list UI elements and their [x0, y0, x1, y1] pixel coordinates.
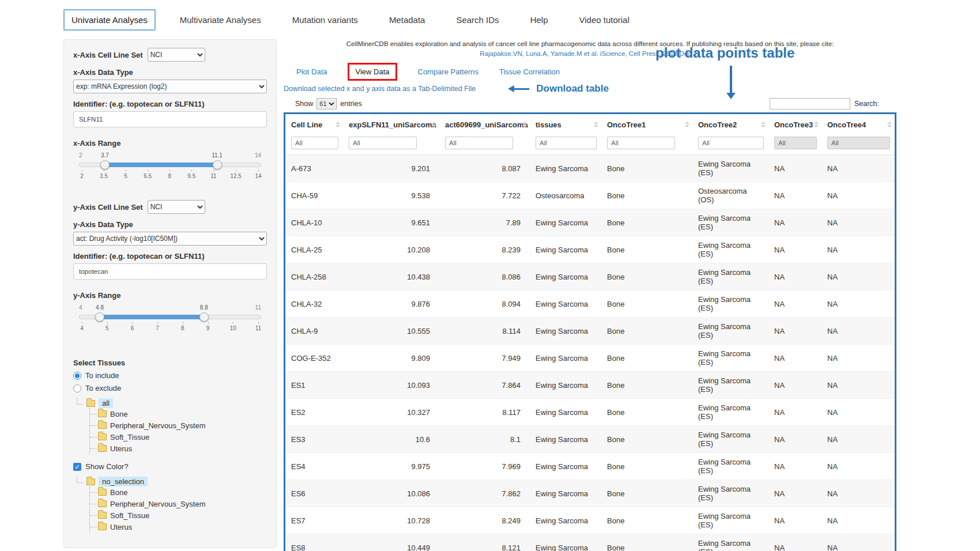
table-cell: Ewing Sarcoma (ES): [692, 318, 768, 345]
x-range-ticks: 2 3.5 5 6.5 8 9.5 11 12.5 14: [77, 173, 263, 179]
subtab-tissue-correlation[interactable]: Tissue Correlation: [499, 67, 560, 76]
download-tab-delimited-link[interactable]: Download selected x and y axis data as a…: [284, 85, 476, 93]
nav-tab-univariate-analyses[interactable]: Univariate Analyses: [63, 9, 156, 31]
tree-node-uterus[interactable]: Uterus: [90, 443, 267, 454]
table-cell: 9.975: [343, 453, 439, 480]
table-cell: ES7: [285, 507, 343, 534]
column-header-expslfn11[interactable]: expSLFN11_uniSarcoma: [343, 114, 439, 135]
column-header-oncotree2[interactable]: OncoTree2: [692, 114, 768, 135]
table-cell: Bone: [601, 236, 692, 263]
nav-tab-help[interactable]: Help: [523, 10, 555, 29]
column-header-tissues[interactable]: tissues: [530, 114, 601, 135]
table-cell: 7.864: [439, 372, 530, 399]
radio-icon: [73, 384, 81, 393]
table-body: A-6739.2018.087Ewing SarcomaBoneEwing Sa…: [285, 155, 895, 551]
filter-oncotree1[interactable]: [607, 137, 675, 149]
subtab-compare-patterns[interactable]: Compare Patterns: [418, 67, 479, 76]
show-color-checkbox[interactable]: Show Color?: [73, 462, 267, 471]
table-cell: Ewing Sarcoma (ES): [692, 155, 768, 182]
table-cell: CHLA-25: [285, 236, 343, 263]
tree-node-all[interactable]: all: [76, 398, 267, 408]
tree-elbow-icon: [77, 398, 83, 405]
column-header-oncotree1[interactable]: OncoTree1: [601, 114, 692, 135]
filter-tissues[interactable]: [536, 137, 597, 149]
nav-tab-mutation-variants[interactable]: Mutation variants: [285, 10, 365, 29]
y-range-handle-low[interactable]: [95, 312, 104, 322]
table-cell: NA: [821, 399, 895, 426]
table-cell: Osteosarcoma: [530, 182, 601, 209]
subtab-plot-data[interactable]: Plot Data: [296, 67, 327, 76]
nav-tab-multivariate-analyses[interactable]: Multivariate Analyses: [173, 10, 268, 29]
select-tissues-label: Select Tissues: [73, 358, 267, 367]
tissues-exclude-radio[interactable]: To exclude: [73, 384, 267, 393]
nav-tab-video-tutorial[interactable]: Video tutorial: [572, 10, 636, 29]
table-cell: NA: [821, 480, 895, 507]
filter-act609699[interactable]: [445, 137, 513, 149]
column-header-oncotree3[interactable]: OncoTree3: [768, 114, 821, 135]
y-cell-line-set-label: y-Axis Cell Line Set: [73, 203, 143, 212]
filter-expslfn11[interactable]: [349, 137, 417, 149]
tree-node-peripheral-nervous-system[interactable]: Peripheral_Nervous_System: [90, 420, 267, 431]
tree-node-soft-tissue[interactable]: Soft_Tissue: [90, 510, 267, 521]
table-row: CHLA-2510.2088.239Ewing SarcomaBoneEwing…: [285, 236, 895, 263]
x-range-handle-high[interactable]: [213, 160, 222, 169]
y-cell-line-set-select[interactable]: NCI: [148, 200, 205, 214]
x-range-min: 2: [79, 152, 82, 158]
table-cell: Bone: [601, 182, 692, 209]
table-cell: 8.117: [439, 399, 530, 426]
entries-length-select[interactable]: 61: [316, 98, 337, 110]
column-header-act609699[interactable]: act609699_uniSarcoma: [439, 114, 530, 135]
sort-icon: [336, 122, 340, 127]
citation-line1: CellMinerCDB enables exploration and ana…: [284, 39, 896, 49]
table-cell: NA: [768, 182, 821, 209]
citation-reference-link[interactable]: Rajapakse.VN, Luna.A, Yamade.M et al. iS…: [284, 49, 896, 59]
filter-cell-line[interactable]: [291, 137, 338, 149]
tree-node-uterus[interactable]: Uterus: [90, 521, 267, 533]
x-range-max: 14: [255, 152, 261, 158]
y-data-type-select[interactable]: act: Drug Activity (-log10[IC50M]): [73, 232, 267, 246]
tree-node-soft-tissue[interactable]: Soft_Tissue: [90, 431, 267, 443]
filter-oncotree2[interactable]: [698, 137, 764, 149]
tree-node-no-selection[interactable]: no_selection: [76, 477, 267, 486]
x-identifier-input[interactable]: [73, 111, 267, 127]
annotation-down-arrow: [730, 66, 732, 93]
table-cell: 9.651: [343, 209, 439, 236]
tree-node-bone[interactable]: Bone: [90, 486, 267, 498]
y-range-slider[interactable]: 4 4.8 8.8 11 4 5 6 7 8 9 10: [76, 315, 265, 331]
x-range-slider[interactable]: 2 3.7 11.1 14 2 3.5 5 6.5 8 9.5 11: [76, 163, 265, 179]
x-range-handle-low[interactable]: [100, 160, 110, 169]
nav-tab-search-ids[interactable]: Search IDs: [449, 10, 506, 29]
table-cell: Bone: [601, 209, 692, 236]
table-cell: COG-E-352: [285, 345, 343, 372]
table-cell: Ewing Sarcoma: [530, 263, 601, 290]
tissues-include-radio[interactable]: To include: [73, 371, 267, 380]
sort-icon: [522, 122, 527, 127]
table-row: COG-E-3529.8097.949Ewing SarcomaBoneEwin…: [285, 345, 895, 372]
x-data-type-select[interactable]: exp: mRNA Expression (log2): [73, 80, 267, 93]
tree-node-peripheral-nervous-system[interactable]: Peripheral_Nervous_System: [90, 498, 267, 510]
table-header-row: Cell Line expSLFN11_uniSarcoma act609699…: [285, 114, 895, 135]
table-cell: Ewing Sarcoma: [530, 372, 601, 399]
table-search-input[interactable]: [770, 98, 850, 110]
nav-tab-metadata[interactable]: Metadata: [382, 10, 432, 29]
x-identifier-label: Identifier: (e.g. topotecan or SLFN11): [73, 100, 267, 108]
table-cell: Bone: [601, 318, 692, 345]
y-range-label: y-Axis Range: [73, 291, 267, 300]
table-cell: 9.809: [343, 345, 439, 372]
top-nav: Univariate Analyses Multivariate Analyse…: [63, 8, 980, 31]
y-range-handle-high[interactable]: [199, 312, 209, 322]
tree-node-bone[interactable]: Bone: [90, 408, 267, 420]
annotation-plot-data-points-table: plot data points table: [655, 45, 794, 61]
table-cell: 8.121: [439, 534, 530, 551]
column-header-cell-line[interactable]: Cell Line: [285, 114, 343, 135]
table-cell: Ewing Sarcoma: [530, 480, 601, 507]
table-cell: 7.89: [439, 209, 530, 236]
table-cell: Ewing Sarcoma: [530, 426, 601, 453]
subtab-view-data[interactable]: View Data: [348, 63, 397, 81]
column-header-oncotree4[interactable]: OncoTree4: [821, 114, 895, 135]
table-cell: ES3: [285, 426, 343, 453]
table-cell: 8.239: [439, 236, 530, 263]
y-data-type-label: y-Axis Data Type: [73, 220, 267, 229]
x-cell-line-set-select[interactable]: NCI: [148, 48, 205, 62]
y-identifier-input[interactable]: [73, 263, 267, 280]
